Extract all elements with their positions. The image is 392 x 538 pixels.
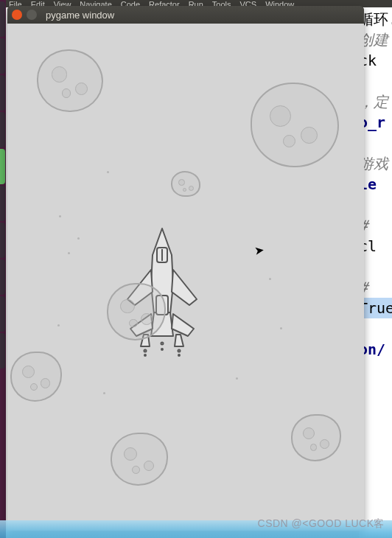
asteroid-sprite: [111, 433, 168, 486]
star-dot: [269, 278, 271, 280]
asteroid-sprite: [37, 49, 103, 112]
launcher-item[interactable]: [0, 259, 5, 295]
star-dot: [68, 252, 70, 254]
close-icon[interactable]: [12, 10, 22, 20]
asteroid-sprite: [171, 171, 200, 197]
launcher-item[interactable]: [0, 38, 5, 74]
window-titlebar[interactable]: pygame window: [7, 6, 364, 24]
asteroid-sprite: [10, 352, 62, 402]
launcher-item[interactable]: [0, 75, 5, 111]
svg-point-4: [144, 354, 146, 356]
minimize-icon[interactable]: [27, 10, 37, 20]
star-dot: [103, 392, 105, 394]
svg-point-5: [178, 350, 181, 352]
svg-point-3: [144, 350, 147, 352]
launcher-item[interactable]: [0, 112, 5, 147]
launcher-item[interactable]: [0, 296, 5, 332]
star-dot: [77, 237, 80, 240]
star-dot: [107, 171, 109, 173]
launcher-item-active[interactable]: [0, 149, 5, 184]
launcher-item[interactable]: [0, 333, 5, 368]
star-dot: [59, 215, 61, 217]
game-canvas[interactable]: ➤: [7, 24, 364, 531]
launcher-item[interactable]: [0, 1, 5, 37]
launcher-item[interactable]: [0, 186, 5, 221]
window-title: pygame window: [46, 10, 114, 21]
svg-point-8: [161, 349, 163, 350]
asteroid-sprite: [251, 83, 339, 167]
star-dot: [280, 327, 282, 329]
launcher-item[interactable]: [0, 223, 5, 258]
pygame-window: pygame window: [7, 6, 364, 531]
ubuntu-launcher: [0, 0, 6, 538]
svg-point-6: [178, 354, 180, 356]
star-dot: [57, 324, 60, 326]
star-dot: [236, 377, 238, 380]
csdn-watermark: CSDN @<GOOD LUCK客: [258, 517, 385, 531]
mouse-cursor-icon: ➤: [253, 242, 265, 258]
asteroid-sprite: [291, 414, 341, 461]
svg-point-7: [161, 343, 164, 345]
